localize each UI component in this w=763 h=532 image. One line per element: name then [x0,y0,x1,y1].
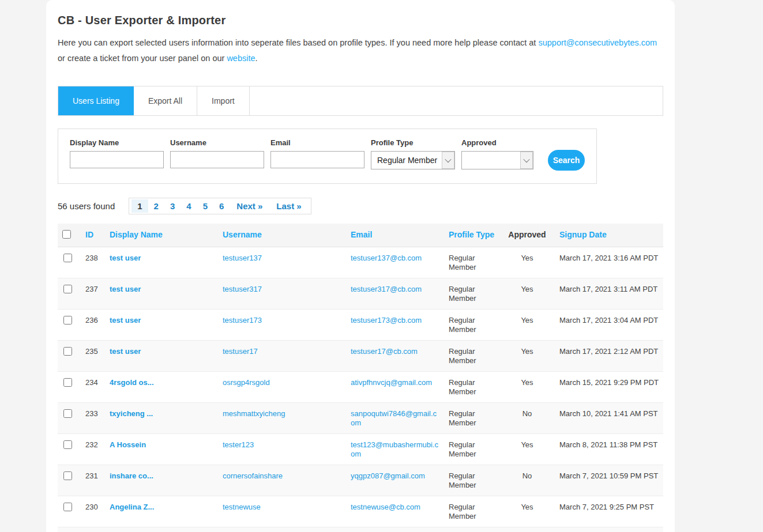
profile-type-field-group: Profile Type Regular Member [371,138,455,169]
display-name-link[interactable]: A Hossein [110,440,146,449]
profile-type-select[interactable]: Regular Member [371,151,455,169]
approved-select[interactable] [461,151,533,169]
cell-profile-type: Regular Member [444,254,505,272]
chevron-down-icon [520,152,533,169]
tab-users-listing[interactable]: Users Listing [58,86,134,115]
cell-id: 231 [81,471,105,481]
approved-label: Approved [461,138,533,147]
table-row: 230 Angelina Z... testnewuse testnewuse@… [58,496,663,527]
row-checkbox[interactable] [63,285,72,293]
email-link[interactable]: testuser173@cb.com [351,316,422,325]
pagination-page[interactable]: 3 [164,199,181,213]
approved-selected-value [462,152,520,169]
username-link[interactable]: meshmattxyicheng [223,409,285,418]
display-name-link[interactable]: test user [110,254,141,262]
search-button[interactable]: Search [548,150,585,171]
column-header-profile-type[interactable]: Profile Type [444,230,505,239]
cell-username: testuser173 [218,316,346,325]
cell-username: cornersofainshare [218,471,346,481]
select-all-checkbox[interactable] [62,230,71,239]
row-checkbox[interactable] [63,316,72,325]
email-link[interactable]: yqgpz087@gmail.com [351,471,425,480]
row-checkbox[interactable] [63,440,72,449]
cell-email: sanpoqutwi7846@gmail.com [346,409,444,428]
cell-signup-date: March 10, 2021 1:41 AM PST [555,409,664,418]
table-row: 238 test user testuser137 testuser137@cb… [58,247,663,278]
pagination-page[interactable]: 5 [197,199,213,213]
display-name-link[interactable]: txyicheng ... [110,409,153,418]
column-header-email[interactable]: Email [346,230,444,239]
cell-id: 233 [81,409,105,418]
column-header-id[interactable]: ID [81,230,105,239]
table-row: 236 test user testuser173 testuser173@cb… [58,310,663,341]
row-checkbox[interactable] [63,254,72,262]
row-checkbox-cell [58,378,81,389]
pagination-next[interactable]: Next » [230,199,269,213]
username-link[interactable]: testuser137 [223,254,262,262]
cell-signup-date: March 7, 2021 9:25 PM PST [555,503,663,512]
email-link[interactable]: testuser137@cb.com [351,254,422,262]
row-checkbox[interactable] [63,347,72,356]
row-checkbox[interactable] [63,503,72,511]
profile-type-label: Profile Type [371,138,455,147]
display-name-link[interactable]: test user [110,316,141,325]
row-checkbox[interactable] [63,378,72,387]
username-link[interactable]: osrsgp4rsgold [223,378,270,387]
username-link[interactable]: tester123 [223,440,254,449]
pagination-last[interactable]: Last » [269,199,308,213]
description: Here you can export selected users infor… [58,35,663,66]
email-input[interactable] [270,151,364,168]
email-link[interactable]: sanpoqutwi7846@gmail.com [351,409,437,427]
description-text-2: or create a ticket from your user panel … [58,54,227,63]
email-link[interactable]: test123@mubashermubi.com [351,440,438,458]
cell-id: 236 [81,316,105,325]
cell-display-name: test user [105,285,218,294]
tab-export-all[interactable]: Export All [134,86,197,115]
cell-approved: No [505,471,555,481]
username-input[interactable] [170,151,264,168]
display-name-link[interactable]: test user [110,285,141,293]
page-title: CB - User Exporter & Importer [58,0,663,27]
pagination-page[interactable]: 2 [148,199,164,213]
cell-id: 237 [81,285,105,294]
row-checkbox[interactable] [63,409,72,418]
column-header-username[interactable]: Username [218,230,346,239]
username-link[interactable]: testnewuse [223,503,261,511]
display-name-link[interactable]: Angelina Z... [110,503,154,511]
support-email-link[interactable]: support@consecutivebytes.com [538,38,657,47]
email-link[interactable]: testuser17@cb.com [351,347,418,356]
cell-signup-date: March 17, 2021 2:12 AM PDT [555,347,664,356]
cell-signup-date: March 17, 2021 3:16 AM PDT [555,254,664,263]
pagination-page[interactable]: 6 [213,199,230,213]
profile-type-selected-value: Regular Member [371,152,442,169]
cell-id: 232 [81,440,105,450]
username-link[interactable]: testuser317 [223,285,262,293]
email-link[interactable]: testnewuse@cb.com [351,503,420,511]
email-link[interactable]: ativpfhnvcjq@gmail.com [351,378,432,387]
pagination-page-current[interactable]: 1 [131,199,148,213]
email-link[interactable]: testuser317@cb.com [351,285,422,293]
column-header-signup-date[interactable]: Signup Date [555,230,663,239]
cell-approved: Yes [505,285,555,294]
pagination-page[interactable]: 4 [181,199,197,213]
cell-display-name: Angelina Z... [105,503,218,512]
username-link[interactable]: cornersofainshare [223,471,283,480]
table-row: 237 test user testuser317 testuser317@cb… [58,278,663,310]
username-link[interactable]: testuser17 [223,347,258,356]
cell-profile-type: Regular Member [444,378,505,397]
row-checkbox-cell [58,503,81,514]
display-name-link[interactable]: inshare co... [110,471,153,480]
cell-profile-type: Regular Member [444,316,505,334]
cell-email: ativpfhnvcjq@gmail.com [346,378,444,387]
username-link[interactable]: testuser173 [223,316,262,325]
column-header-display-name[interactable]: Display Name [105,230,218,239]
pagination-pages: 123456 [131,199,230,213]
display-name-link[interactable]: test user [110,347,141,356]
row-checkbox[interactable] [63,471,72,480]
cell-signup-date: March 15, 2021 9:29 PM PDT [555,378,664,387]
tab-import[interactable]: Import [197,86,250,115]
display-name-input[interactable] [70,151,164,168]
table-row: 235 test user testuser17 testuser17@cb.c… [58,341,663,372]
display-name-link[interactable]: 4rsgold os... [110,378,154,387]
website-link[interactable]: website [227,54,255,63]
